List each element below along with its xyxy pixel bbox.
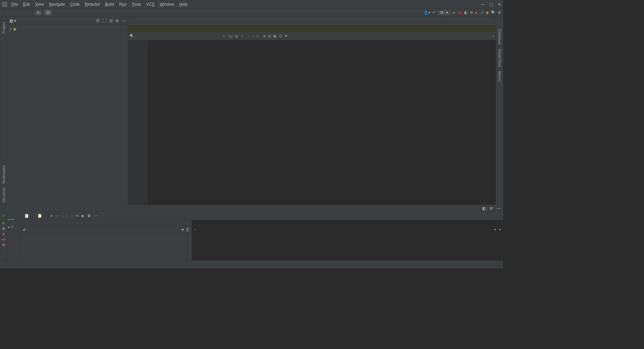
- menu-help[interactable]: Help: [177, 2, 190, 7]
- maven-toolbtn[interactable]: Maven: [498, 69, 502, 84]
- resume-icon[interactable]: ▶: [2, 221, 5, 225]
- user-icon[interactable]: 👤▾: [424, 10, 430, 15]
- gear-icon[interactable]: ⚙: [489, 206, 493, 211]
- run-icon[interactable]: ▶: [453, 10, 455, 15]
- search-everywhere-icon[interactable]: 🔍: [491, 10, 496, 15]
- lang-select[interactable]: ▾ ▾: [494, 228, 501, 232]
- close-search-icon[interactable]: ×: [492, 34, 494, 38]
- run-to-cursor-icon[interactable]: ▶: [82, 213, 85, 218]
- crumb-6[interactable]: ⓜ: [44, 10, 52, 15]
- frames-hint: [21, 234, 192, 235]
- debug-icon[interactable]: 🐞: [458, 10, 462, 15]
- filter-icon[interactable]: ☰: [279, 34, 282, 38]
- tomcat-catalina-tab[interactable]: 📋: [34, 212, 47, 220]
- database-toolbtn[interactable]: Database: [498, 27, 502, 47]
- menu-view[interactable]: View: [33, 2, 46, 7]
- settings-icon[interactable]: ⚙: [115, 18, 119, 23]
- step-over-icon[interactable]: ⤻: [55, 213, 59, 218]
- search-input[interactable]: [136, 34, 223, 39]
- structure-toolbtn[interactable]: Structure: [2, 186, 6, 205]
- menu-code[interactable]: Code: [68, 2, 82, 7]
- services-header[interactable]: ◧⚙—: [0, 205, 503, 211]
- project-panel: ▦ ▾ ⦿ ⛶ ⊟ ⚙ — ▾▣: [7, 17, 128, 205]
- run-config-select[interactable]: ⚙ ▾: [437, 10, 451, 15]
- minimize-icon[interactable]: ―: [481, 2, 485, 7]
- menu-run[interactable]: Run: [117, 2, 128, 7]
- search-icon: 🔍: [129, 34, 134, 38]
- menu-icon[interactable]: ☰: [186, 228, 190, 232]
- menu-file[interactable]: File: [9, 2, 20, 7]
- project-tree[interactable]: ▾▣: [7, 25, 128, 205]
- settings-icon[interactable]: ⚙: [498, 10, 501, 15]
- evaluate-icon[interactable]: 🖩: [87, 213, 91, 218]
- more-icon[interactable]: ⋯: [94, 213, 98, 218]
- menu-vcs[interactable]: VCS: [144, 2, 157, 7]
- show-exec-icon[interactable]: ≡: [50, 213, 53, 218]
- rerun-icon[interactable]: ⟳: [2, 213, 5, 218]
- collapse-all-icon[interactable]: ⊟: [109, 18, 113, 23]
- minimize-tool-icon[interactable]: —: [496, 206, 500, 211]
- coverage-icon[interactable]: ◧: [464, 10, 468, 15]
- step-into-icon[interactable]: ↓: [61, 213, 63, 218]
- hide-icon[interactable]: —: [122, 18, 126, 23]
- mute-bp-icon[interactable]: ⊘: [2, 243, 5, 247]
- menu-build[interactable]: Build: [103, 2, 116, 7]
- drop-frame-icon[interactable]: ⟲: [75, 213, 79, 218]
- crumb-4[interactable]: [29, 12, 33, 13]
- crumb-1[interactable]: [9, 12, 13, 13]
- breadcrumb[interactable]: › › › › › © › ⓜ 👤▾ ↶ ⚙ ▾ ▶ 🐞 ◧ ◔ ■ ⎇ ◉ 🔍…: [0, 9, 503, 17]
- menu-window[interactable]: Window: [158, 2, 176, 7]
- crumb-2[interactable]: [15, 12, 19, 13]
- eval-input[interactable]: + ▾ ▾: [192, 226, 503, 234]
- close-icon[interactable]: ✕: [498, 2, 501, 7]
- fold-gutter[interactable]: [143, 40, 148, 205]
- clear-icon[interactable]: ×: [223, 34, 225, 38]
- menu-tools[interactable]: Tools: [130, 2, 143, 7]
- select-opened-icon[interactable]: ⦿: [96, 18, 100, 23]
- pause-icon[interactable]: ⏸: [2, 227, 5, 231]
- back-icon[interactable]: ↶: [432, 10, 435, 15]
- prev-icon[interactable]: Cc: [228, 34, 232, 38]
- crumb-5[interactable]: ©: [35, 10, 42, 15]
- right-toolwindow-bar[interactable]: Database RestfulTool Maven: [496, 17, 503, 205]
- tomcat-localhost-tab[interactable]: 📋: [21, 212, 34, 220]
- app-icon: [2, 2, 7, 7]
- editor-tabs[interactable]: [128, 17, 496, 26]
- editor-area: 🔍 × CcW.* ↑↓⤓ ⊕⊟▦ ☰▼ ×: [128, 17, 496, 205]
- vars-header: [192, 220, 503, 226]
- left-toolwindow-bar[interactable]: Project Bookmarks Structure: [0, 17, 7, 205]
- step-out-icon[interactable]: ↑: [71, 213, 73, 218]
- crumb-3[interactable]: [22, 12, 26, 13]
- force-step-into-icon[interactable]: ↓: [66, 213, 68, 218]
- down-icon[interactable]: ↓: [252, 34, 254, 38]
- profile-icon[interactable]: ◔: [470, 10, 473, 15]
- layout-icon[interactable]: ◧: [482, 206, 486, 211]
- stop-icon[interactable]: ■: [475, 11, 477, 15]
- cw-icon[interactable]: ◉: [486, 10, 489, 15]
- maximize-icon[interactable]: ▢: [489, 2, 493, 7]
- menu-edit[interactable]: Edit: [21, 2, 32, 7]
- view-bp-icon[interactable]: ●●: [1, 237, 6, 241]
- stop-icon[interactable]: ■: [2, 232, 5, 236]
- project-selector[interactable]: ▦ ▾: [9, 18, 16, 23]
- project-toolbtn[interactable]: Project: [2, 20, 6, 36]
- debugger-tab[interactable]: [7, 212, 14, 220]
- thread-selector[interactable]: ✔ ▼ ☰: [21, 226, 192, 234]
- server-tab[interactable]: [14, 212, 21, 220]
- up-icon[interactable]: ↑: [248, 34, 250, 38]
- menu-navigate[interactable]: Navigate: [47, 2, 67, 7]
- frames-header: [21, 220, 192, 226]
- git-icon[interactable]: ⎇: [479, 10, 484, 15]
- expand-all-icon[interactable]: ⛶: [103, 18, 107, 23]
- line-gutter[interactable]: [128, 40, 143, 205]
- bottom-toolwindow-bar[interactable]: [0, 260, 503, 268]
- restfultool-toolbtn[interactable]: RestfulTool: [498, 47, 502, 69]
- find-bar[interactable]: 🔍 × CcW.* ↑↓⤓ ⊕⊟▦ ☰▼ ×: [128, 32, 496, 40]
- bookmarks-toolbtn[interactable]: Bookmarks: [2, 163, 6, 186]
- filter-icon[interactable]: ▼: [181, 228, 185, 232]
- crumb-0[interactable]: [2, 12, 6, 13]
- menu-refactor[interactable]: Refactor: [83, 2, 102, 7]
- tree-col[interactable]: ▸ F…: [7, 220, 21, 260]
- menubar[interactable]: File Edit View Navigate Code Refactor Bu…: [9, 2, 190, 7]
- code-editor[interactable]: [148, 40, 496, 205]
